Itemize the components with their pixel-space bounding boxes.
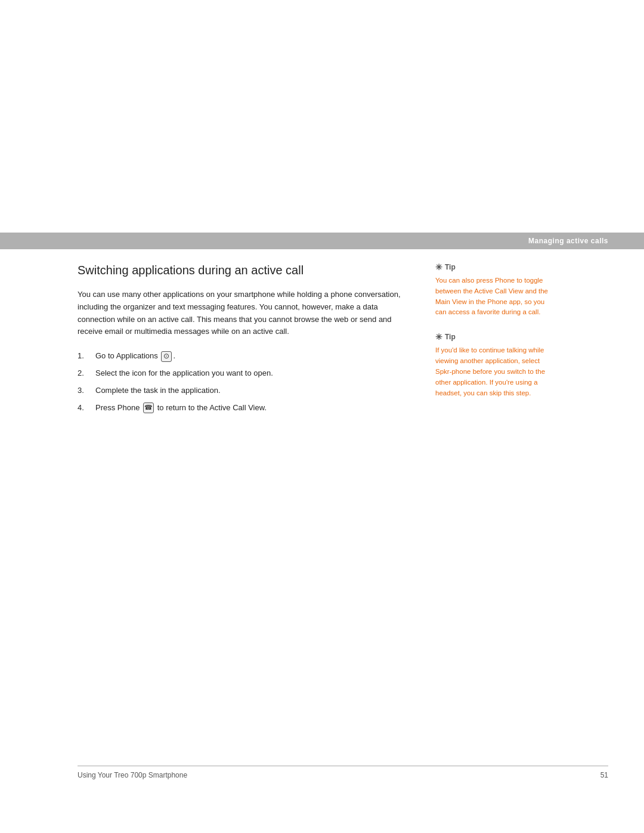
tip-text-2: If you'd like to continue talking while … — [435, 345, 555, 398]
phone-icon — [143, 402, 154, 413]
step-text: Select the icon for the application you … — [95, 367, 411, 380]
tip-star-icon: ✳ — [435, 262, 442, 272]
steps-list: 1. Go to Applications . 2. Select the ic… — [78, 350, 411, 414]
list-item: 3. Complete the task in the application. — [78, 385, 411, 397]
header-bar: Managing active calls — [0, 233, 644, 249]
step-number: 4. — [78, 402, 89, 414]
left-column: Switching applications during an active … — [78, 262, 411, 419]
page-container: Managing active calls Switching applicat… — [0, 0, 644, 833]
footer: Using Your Treo 700p Smartphone 51 — [78, 766, 608, 779]
applications-icon — [161, 351, 172, 362]
main-content: Switching applications during an active … — [78, 262, 608, 419]
list-item: 1. Go to Applications . — [78, 350, 411, 363]
step-text: Complete the task in the application. — [95, 385, 411, 397]
right-column: ✳ Tip You can also press Phone to toggle… — [435, 262, 555, 419]
section-title: Switching applications during an active … — [78, 262, 411, 278]
step-number: 3. — [78, 385, 89, 397]
tip-star-icon-2: ✳ — [435, 332, 442, 342]
tip-heading-1: ✳ Tip — [435, 262, 555, 272]
header-bar-title: Managing active calls — [528, 237, 608, 245]
step-text: Press Phone to return to the Active Call… — [95, 402, 411, 414]
tip-text-1: You can also press Phone to toggle betwe… — [435, 275, 555, 318]
tip-block-2: ✳ Tip If you'd like to continue talking … — [435, 332, 555, 398]
list-item: 4. Press Phone to return to the Active C… — [78, 402, 411, 414]
list-item: 2. Select the icon for the application y… — [78, 367, 411, 380]
step-number: 1. — [78, 350, 89, 363]
step-text: Go to Applications . — [95, 350, 411, 363]
tip-block-1: ✳ Tip You can also press Phone to toggle… — [435, 262, 555, 318]
footer-page-number: 51 — [600, 771, 608, 779]
section-intro: You can use many other applications on y… — [78, 289, 411, 338]
step-number: 2. — [78, 367, 89, 380]
footer-left-text: Using Your Treo 700p Smartphone — [78, 771, 187, 779]
tip-heading-2: ✳ Tip — [435, 332, 555, 342]
